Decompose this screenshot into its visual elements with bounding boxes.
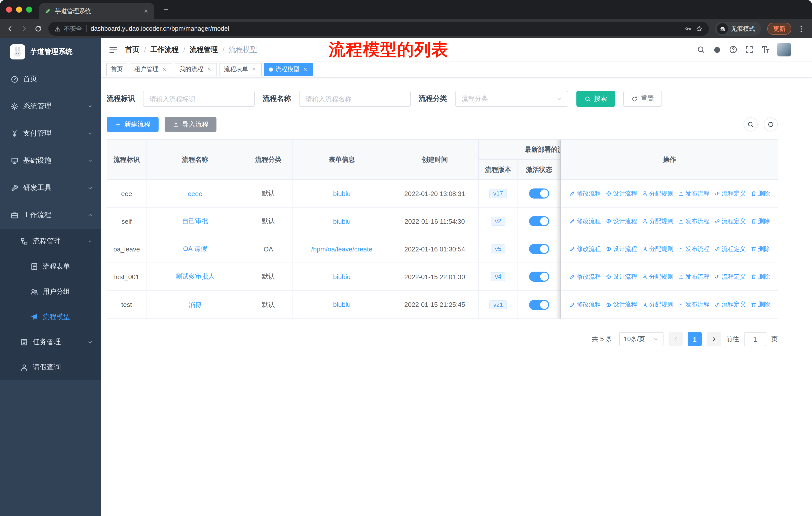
incognito-profile-chip[interactable]: 无痕模式 [715,22,761,36]
form-info-link[interactable]: biubiu [333,301,350,308]
model-name-link[interactable]: OA 请假 [183,244,207,253]
op-assign-link[interactable]: 分配规则 [642,272,673,281]
op-publish-link[interactable]: 发布流程 [678,300,709,309]
op-define-link[interactable]: 流程定义 [714,189,746,198]
reload-icon[interactable] [34,25,42,33]
prev-page-button[interactable] [669,332,683,346]
help-icon[interactable] [729,45,737,54]
back-icon[interactable] [6,25,14,33]
sidebar-item-payment[interactable]: 支付管理 [0,120,101,147]
sidebar-item-workflow[interactable]: 工作流程 [0,201,101,229]
model-name-link[interactable]: 滔博 [188,300,202,309]
import-process-button[interactable]: 导入流程 [165,117,216,132]
op-publish-link[interactable]: 发布流程 [678,189,709,198]
close-icon[interactable] [206,66,212,73]
op-design-link[interactable]: 设计流程 [605,245,637,253]
form-info-link[interactable]: biubiu [333,190,350,197]
op-edit-link[interactable]: 修改流程 [569,272,601,281]
op-define-link[interactable]: 流程定义 [714,300,746,309]
breadcrumb-item[interactable]: 工作流程 [150,45,179,54]
active-toggle[interactable] [529,300,549,310]
new-tab-button[interactable] [161,4,171,15]
sidebar-item-process-form[interactable]: 流程表单 [0,254,101,279]
model-name-link[interactable]: 测试多审批人 [175,272,215,281]
refresh-table-button[interactable] [764,117,778,132]
op-assign-link[interactable]: 分配规则 [642,189,673,198]
op-design-link[interactable]: 设计流程 [605,189,637,198]
browser-tab[interactable]: 芋道管理系统 [39,3,154,19]
fontsize-icon[interactable] [761,45,770,54]
op-publish-link[interactable]: 发布流程 [678,217,709,225]
sidebar-item-infra[interactable]: 基础设施 [0,147,101,174]
op-publish-link[interactable]: 发布流程 [678,272,709,281]
op-define-link[interactable]: 流程定义 [714,245,746,253]
category-select[interactable]: 流程分类 [455,91,568,107]
close-window-button[interactable] [6,6,12,12]
op-assign-link[interactable]: 分配规则 [642,245,673,253]
model-name-link[interactable]: 自己审批 [182,217,208,226]
user-avatar[interactable] [777,43,791,56]
maximize-window-button[interactable] [26,6,32,12]
op-edit-link[interactable]: 修改流程 [569,189,601,198]
tab-tag-0[interactable]: 首页 [106,63,127,76]
tab-tag-2[interactable]: 我的流程 [175,63,217,76]
next-page-button[interactable] [707,332,721,346]
breadcrumb-item[interactable]: 流程管理 [190,45,218,54]
forward-icon[interactable] [20,25,28,33]
close-icon[interactable] [251,66,257,73]
process-name-input[interactable] [299,91,411,107]
op-delete-link[interactable]: 删除 [750,245,770,253]
op-edit-link[interactable]: 修改流程 [569,245,601,253]
op-design-link[interactable]: 设计流程 [605,272,637,281]
op-edit-link[interactable]: 修改流程 [569,217,601,225]
op-assign-link[interactable]: 分配规则 [642,300,673,309]
hamburger-icon[interactable] [109,45,118,54]
reset-button[interactable]: 重置 [623,91,662,107]
tab-tag-1[interactable]: 租户管理 [130,63,172,76]
form-info-link[interactable]: biubiu [333,217,350,225]
tab-close-icon[interactable] [142,7,150,15]
security-status[interactable]: 不安全 [54,24,82,33]
active-toggle[interactable] [529,188,549,198]
search-button[interactable]: 搜索 [576,91,615,107]
search-icon[interactable] [697,45,705,54]
op-design-link[interactable]: 设计流程 [605,300,637,309]
current-page-button[interactable]: 1 [688,332,702,346]
active-toggle[interactable] [529,244,549,254]
op-define-link[interactable]: 流程定义 [714,217,746,225]
browser-menu-icon[interactable] [798,25,805,32]
op-assign-link[interactable]: 分配规则 [642,217,673,225]
op-delete-link[interactable]: 删除 [750,217,770,225]
sidebar-item-process-model[interactable]: 流程模型 [0,304,101,330]
sidebar-item-devtools[interactable]: 研发工具 [0,174,101,201]
github-icon[interactable] [713,45,721,54]
fullscreen-icon[interactable] [745,45,754,54]
sidebar-item-home[interactable]: 首页 [0,65,101,93]
password-key-icon[interactable] [685,25,692,32]
close-icon[interactable] [302,66,309,73]
url-text[interactable]: dashboard.yudao.iocoder.cn/bpm/manager/m… [91,25,680,32]
show-search-button[interactable] [744,117,758,132]
tab-tag-3[interactable]: 流程表单 [220,63,262,76]
sidebar-item-user-group[interactable]: 用户分组 [0,279,101,304]
goto-page-input[interactable] [744,332,766,346]
tab-tag-4[interactable]: 流程模型 [264,63,313,76]
create-process-button[interactable]: 新建流程 [107,117,158,132]
browser-update-button[interactable]: 更新 [767,23,791,35]
model-name-link[interactable]: eeee [188,190,202,197]
form-info-link[interactable]: biubiu [333,273,350,280]
active-toggle[interactable] [529,272,549,282]
sidebar-item-task-manage[interactable]: 任务管理 [0,330,101,355]
bookmark-star-icon[interactable] [696,25,703,32]
close-icon[interactable] [161,66,168,73]
op-delete-link[interactable]: 删除 [750,272,770,281]
op-delete-link[interactable]: 删除 [750,300,770,309]
sidebar-item-system[interactable]: 系统管理 [0,93,101,120]
address-bar[interactable]: 不安全 dashboard.yudao.iocoder.cn/bpm/manag… [48,22,709,36]
page-size-select[interactable]: 10条/页 [619,332,664,346]
process-id-input[interactable] [143,91,255,107]
form-info-link[interactable]: /bpm/oa/leave/create [311,245,373,253]
minimize-window-button[interactable] [16,6,22,12]
op-delete-link[interactable]: 删除 [750,189,770,198]
sidebar-item-leave-query[interactable]: 请假查询 [0,355,101,380]
